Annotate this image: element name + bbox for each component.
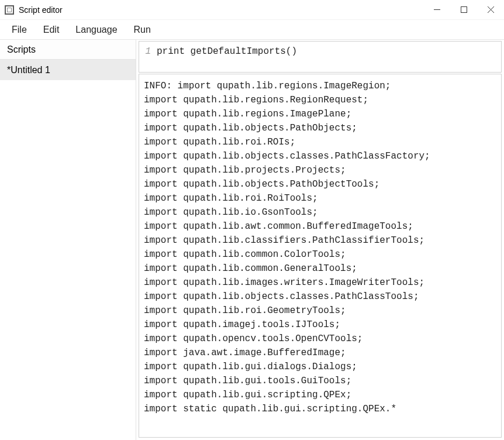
app-icon bbox=[5, 5, 14, 15]
close-icon bbox=[488, 6, 494, 13]
menu-language[interactable]: Language bbox=[75, 25, 117, 35]
minimize-icon bbox=[434, 6, 440, 13]
script-list[interactable]: *Untitled 1 bbox=[0, 60, 136, 440]
main-split: Scripts *Untitled 1 1 print getDefaultIm… bbox=[0, 40, 504, 440]
menu-file[interactable]: File bbox=[12, 25, 27, 35]
window-title: Script editor bbox=[19, 5, 63, 15]
sidebar: Scripts *Untitled 1 bbox=[0, 40, 136, 440]
editor-area: 1 print getDefaultImports() INFO: import… bbox=[136, 40, 504, 440]
maximize-button[interactable] bbox=[450, 0, 477, 20]
maximize-icon bbox=[461, 6, 467, 13]
minimize-button[interactable] bbox=[423, 0, 450, 20]
close-button[interactable] bbox=[477, 0, 504, 20]
menu-edit[interactable]: Edit bbox=[43, 25, 60, 35]
code-text[interactable]: print getDefaultImports() bbox=[153, 42, 302, 72]
code-gutter: 1 bbox=[139, 42, 153, 72]
output-console[interactable]: INFO: import qupath.lib.regions.ImageReg… bbox=[139, 74, 502, 438]
code-editor[interactable]: 1 print getDefaultImports() bbox=[139, 41, 502, 73]
titlebar: Script editor bbox=[0, 0, 504, 20]
sidebar-header: Scripts bbox=[0, 40, 136, 60]
menubar: File Edit Language Run bbox=[0, 20, 504, 40]
menu-run[interactable]: Run bbox=[134, 25, 151, 35]
script-list-item[interactable]: *Untitled 1 bbox=[0, 60, 136, 81]
svg-rect-1 bbox=[461, 7, 467, 13]
